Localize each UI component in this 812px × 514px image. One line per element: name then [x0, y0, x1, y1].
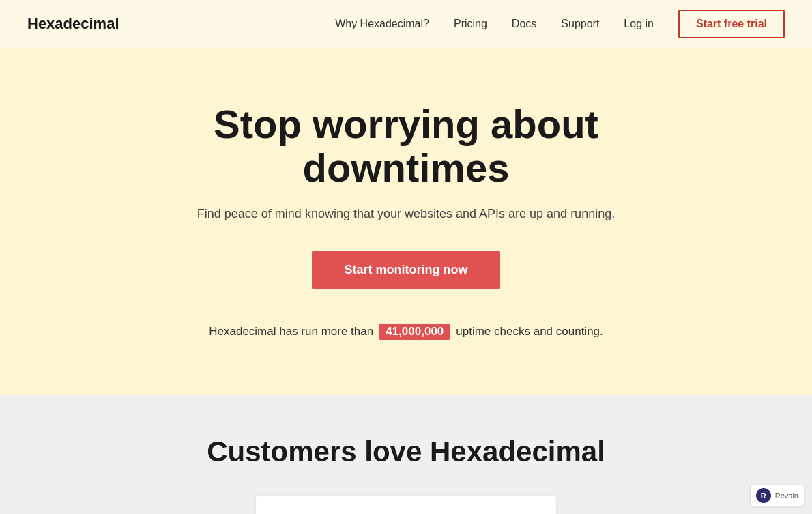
hero-subtitle: Find peace of mind knowing that your web…	[197, 205, 615, 223]
nav-start-free-trial-button[interactable]: Start free trial	[678, 10, 785, 38]
nav-login[interactable]: Log in	[624, 18, 654, 30]
hero-section: Stop worrying about downtimes Find peace…	[0, 48, 812, 395]
hero-stat: Hexadecimal has run more than 41,000,000…	[209, 324, 603, 340]
nav-links: Why Hexadecimal? Pricing Docs Support Lo…	[335, 10, 785, 38]
hero-start-monitoring-button[interactable]: Start monitoring now	[312, 251, 501, 289]
hero-title: Stop worrying about downtimes	[133, 102, 679, 190]
revain-label: Revain	[775, 491, 798, 500]
hero-stat-before: Hexadecimal has run more than	[209, 325, 373, 339]
nav-support[interactable]: Support	[561, 18, 599, 30]
customers-title: Customers love Hexadecimal	[207, 436, 605, 468]
nav-docs[interactable]: Docs	[512, 18, 536, 30]
site-logo[interactable]: Hexadecimal	[27, 15, 119, 33]
revain-badge: R Revain	[751, 485, 804, 506]
nav-pricing[interactable]: Pricing	[454, 18, 487, 30]
hero-stat-after: uptime checks and counting.	[456, 325, 603, 339]
nav-why-hexadecimal[interactable]: Why Hexadecimal?	[335, 18, 429, 30]
navbar: Hexadecimal Why Hexadecimal? Pricing Doc…	[0, 0, 812, 48]
testimonial-card: Luke Bearl, Founder “Given today’s Cloud…	[256, 496, 556, 514]
hero-stat-number: 41,000,000	[379, 324, 450, 340]
customers-section: Customers love Hexadecimal Luke Bearl, F…	[0, 395, 812, 514]
revain-icon: R	[756, 488, 771, 503]
